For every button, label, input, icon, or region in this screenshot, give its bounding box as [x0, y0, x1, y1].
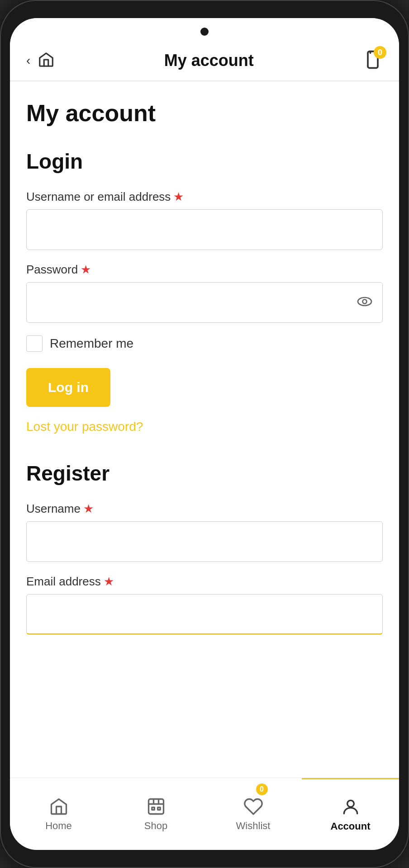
nav-shop[interactable]: Shop [107, 778, 204, 850]
camera-dot [200, 28, 209, 36]
nav-wishlist-label: Wishlist [236, 820, 271, 832]
shop-icon [146, 797, 166, 816]
nav-home-label: Home [45, 820, 72, 832]
wishlist-badge: 0 [256, 783, 268, 795]
username-label: Username or email address ★ [26, 190, 383, 204]
show-password-icon[interactable] [357, 293, 373, 311]
top-nav: ‹ My account 0 [10, 45, 399, 80]
svg-point-1 [358, 297, 371, 306]
reg-email-input[interactable] [26, 594, 383, 635]
login-heading: Login [26, 149, 383, 174]
reg-username-label: Username ★ [26, 502, 383, 516]
reg-email-required-star: ★ [104, 575, 114, 589]
home-icon [49, 797, 69, 816]
nav-account[interactable]: Account [302, 778, 399, 850]
password-input[interactable] [26, 282, 383, 323]
password-label: Password ★ [26, 263, 383, 277]
wishlist-icon [243, 797, 263, 816]
main-content: My account Login Username or email addre… [10, 81, 399, 778]
nav-left: ‹ [26, 51, 55, 70]
remember-checkbox[interactable] [26, 335, 43, 352]
svg-point-2 [363, 300, 367, 304]
login-button[interactable]: Log in [26, 368, 110, 407]
back-arrow-icon: ‹ [26, 53, 30, 68]
svg-rect-3 [148, 799, 163, 814]
nav-title-wrapper: My account [55, 51, 363, 70]
reg-username-input[interactable] [26, 521, 383, 562]
back-button[interactable]: ‹ [26, 53, 30, 68]
nav-shop-label: Shop [144, 820, 167, 832]
register-heading: Register [26, 461, 383, 486]
camera-bar [10, 18, 399, 45]
login-section: Login Username or email address ★ Passwo… [26, 149, 383, 434]
lost-password-link[interactable]: Lost your password? [26, 420, 383, 434]
page-title: My account [164, 51, 254, 70]
page-heading: My account [26, 99, 383, 127]
svg-point-6 [347, 800, 354, 807]
phone-screen: ‹ My account 0 [10, 18, 399, 850]
svg-rect-4 [152, 807, 154, 810]
bottom-nav: Home Shop 0 Wishlist [10, 778, 399, 850]
register-section: Register Username ★ Email address ★ [26, 461, 383, 647]
nav-home[interactable]: Home [10, 778, 107, 850]
cart-badge: 0 [374, 46, 386, 59]
reg-email-label: Email address ★ [26, 575, 383, 589]
phone-shell: ‹ My account 0 [0, 0, 409, 868]
cart-button[interactable]: 0 [363, 50, 383, 71]
password-required-star: ★ [81, 263, 91, 277]
account-icon [341, 797, 361, 817]
username-input[interactable] [26, 209, 383, 250]
password-wrapper [26, 282, 383, 323]
remember-row: Remember me [26, 335, 383, 352]
svg-rect-5 [157, 807, 160, 810]
nav-wishlist[interactable]: 0 Wishlist [204, 778, 302, 850]
nav-account-label: Account [331, 821, 371, 832]
home-icon-nav[interactable] [38, 51, 55, 70]
remember-label: Remember me [50, 336, 133, 351]
username-required-star: ★ [173, 190, 184, 204]
reg-username-required-star: ★ [83, 502, 94, 516]
